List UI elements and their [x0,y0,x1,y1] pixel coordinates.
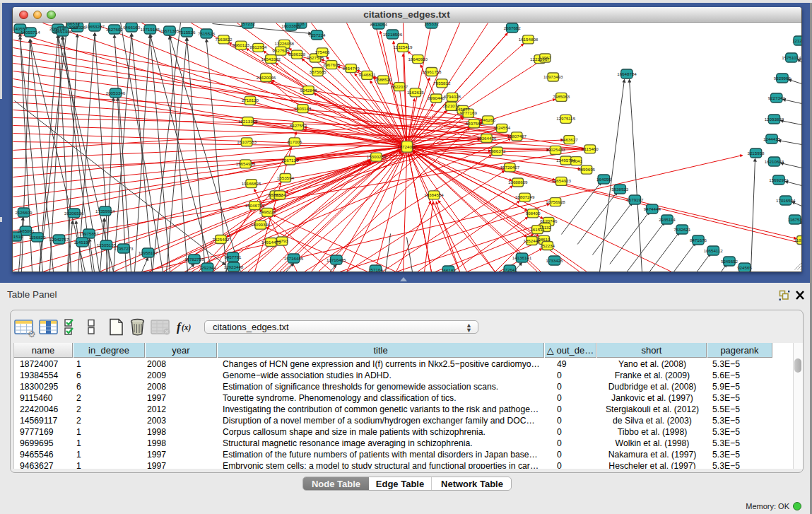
svg-text:44793: 44793 [276,238,288,243]
svg-text:15692971: 15692971 [769,177,789,182]
svg-text:9242848: 9242848 [300,87,317,92]
svg-text:19166825: 19166825 [241,180,261,185]
svg-text:3267130: 3267130 [281,158,299,163]
svg-text:13967: 13967 [539,55,551,60]
svg-text:9245652: 9245652 [720,258,738,263]
svg-text:1498222: 1498222 [259,209,276,214]
svg-text:8186328: 8186328 [288,52,306,57]
svg-text:9474444: 9474444 [643,206,661,211]
svg-text:106532: 106532 [65,23,80,26]
svg-text:1244415: 1244415 [763,136,781,141]
svg-text:1162615: 1162615 [407,89,424,94]
svg-text:9115460: 9115460 [582,146,599,151]
svg-text:1352448: 1352448 [523,238,541,243]
svg-text:13716485: 13716485 [326,257,346,262]
svg-text:20691406: 20691406 [52,28,72,33]
svg-text:908400: 908400 [525,210,540,215]
svg-text:121213: 121213 [792,37,801,42]
svg-text:9327505: 9327505 [307,55,324,60]
svg-text:165332: 165332 [424,23,439,26]
svg-text:8454749: 8454749 [342,65,360,70]
svg-text:10654112: 10654112 [703,247,723,252]
svg-text:924565: 924565 [737,264,752,269]
svg-text:1485061: 1485061 [17,228,35,233]
svg-text:9329966: 9329966 [773,75,791,80]
svg-text:2935114: 2935114 [659,216,676,221]
svg-text:12213369: 12213369 [237,118,257,123]
svg-text:8322037: 8322037 [391,83,408,88]
svg-text:1527602: 1527602 [105,26,123,31]
svg-text:16961758: 16961758 [421,69,441,74]
svg-text:17957273: 17957273 [114,245,134,250]
svg-text:⚙: ⚙ [28,329,36,339]
svg-text:9457791: 9457791 [224,254,242,259]
svg-text:6466160: 6466160 [123,24,141,29]
svg-text:7986372: 7986372 [488,148,506,153]
svg-text:16033809: 16033809 [281,23,301,28]
svg-text:166182: 166182 [441,267,456,271]
svg-text:6579197: 6579197 [626,197,644,201]
svg-text:8912954: 8912954 [249,45,267,49]
svg-text:157232: 157232 [240,23,255,26]
svg-text:252234: 252234 [540,243,555,247]
svg-text:1292344: 1292344 [199,264,216,269]
svg-text:7515526: 7515526 [198,30,216,35]
svg-text:17016504: 17016504 [776,197,796,202]
svg-text:7485063: 7485063 [553,94,570,99]
svg-text:172641: 172641 [502,267,517,271]
svg-text:8813054: 8813054 [370,23,387,27]
svg-text:1733426: 1733426 [546,257,563,262]
svg-text:10973493: 10973493 [543,74,563,79]
svg-text:15300235: 15300235 [366,154,386,159]
svg-text:2603144: 2603144 [294,105,312,110]
svg-text:20206536: 20206536 [64,210,84,215]
svg-text:9146821: 9146821 [358,72,376,77]
svg-text:16046733: 16046733 [245,202,264,207]
svg-text:14099344: 14099344 [250,222,270,227]
svg-text:10653267: 10653267 [85,23,105,28]
svg-text:746266: 746266 [481,117,495,122]
svg-text:20364436: 20364436 [476,135,496,140]
svg-text:15716485: 15716485 [283,255,303,260]
svg-text:116753: 116753 [787,216,801,221]
svg-text:9327505: 9327505 [272,48,290,53]
svg-text:19975857: 19975857 [79,230,99,235]
svg-text:19384554: 19384554 [424,192,444,197]
svg-text:1353594: 1353594 [276,175,294,180]
svg-text:9777169: 9777169 [459,110,477,115]
svg-text:8471676: 8471676 [689,237,707,242]
svg-text:16648784: 16648784 [617,71,637,76]
svg-text:18807249: 18807249 [514,194,534,199]
svg-text:12093832: 12093832 [764,116,784,121]
svg-text:(x): (x) [182,323,192,332]
svg-text:164095: 164095 [596,176,611,181]
svg-text:15720407: 15720407 [500,164,519,169]
svg-text:2718120: 2718120 [241,98,259,103]
svg-text:19218506: 19218506 [382,31,402,36]
svg-text:8427552: 8427552 [289,123,307,128]
svg-text:1156829: 1156829 [28,234,45,239]
svg-text:157164: 157164 [368,267,383,271]
svg-text:5938923: 5938923 [611,186,629,191]
svg-text:161511: 161511 [530,226,545,231]
svg-text:18640910: 18640910 [408,56,428,61]
svg-text:10807487: 10807487 [507,133,526,138]
svg-text:10688609: 10688609 [508,180,528,185]
svg-text:2687682: 2687682 [503,25,521,30]
svg-text:16154808: 16154808 [518,36,538,41]
svg-text:1588520: 1588520 [375,76,392,81]
svg-text:10025433: 10025433 [546,147,565,152]
svg-text:2126609: 2126609 [15,209,33,214]
svg-text:7625402: 7625402 [212,236,230,241]
svg-text:1185248: 1185248 [794,237,801,242]
svg-text:2967608: 2967608 [322,62,340,66]
svg-text:175466: 175466 [314,49,329,54]
svg-text:23420046: 23420046 [256,74,276,79]
svg-text:20053346: 20053346 [105,90,125,95]
svg-text:10756928: 10756928 [546,199,565,204]
svg-text:7163822: 7163822 [215,36,233,41]
svg-text:0899695: 0899695 [577,167,595,172]
svg-text:11325419: 11325419 [393,45,413,49]
svg-text:6120746: 6120746 [540,218,558,223]
svg-text:12923448: 12923448 [223,264,243,269]
